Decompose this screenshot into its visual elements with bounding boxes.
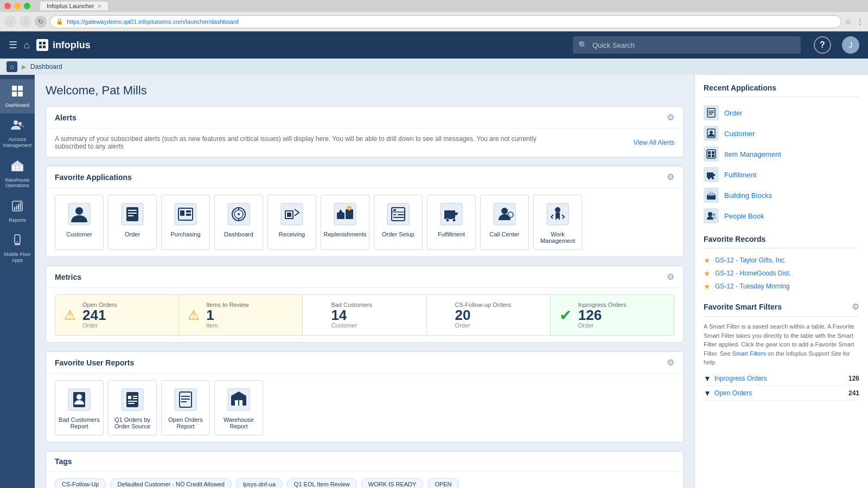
mac-max-btn[interactable] [24,3,30,9]
breadcrumb-home-icon[interactable]: ⌂ [7,61,17,72]
metric-items-review[interactable]: ⚠ Items to Review 1 Item [179,295,303,335]
tags-section: Tags CS-Follow-Up Defaulted Customer - N… [46,451,684,488]
report-warehouse[interactable]: Warehouse Report [214,380,263,435]
tags-header: Tags [46,452,683,472]
mac-min-btn[interactable] [14,3,21,9]
open-orders-filter-count: 241 [848,389,859,397]
recent-blocks-link[interactable]: Building Blocks [724,191,772,200]
reports-gear-icon[interactable]: ⚙ [667,357,674,368]
customer-app-label: Customer [66,231,92,237]
fav-app-customer[interactable]: Customer [55,195,104,250]
view-all-alerts-link[interactable]: View All Alerts [634,139,674,146]
svg-rect-29 [128,213,137,214]
smart-filters-section: Favorite Smart Filters ⚙ A Smart Filter … [704,301,859,401]
metric-open-orders[interactable]: ⚠ Open Orders 241 Order [55,295,179,335]
mac-tab-close[interactable]: ✕ [97,3,101,9]
recent-customer-link[interactable]: Customer [724,130,755,138]
report-bad-customers[interactable]: Bad Customers Report [55,380,104,435]
svg-point-67 [555,207,560,213]
svg-point-8 [14,120,18,125]
svg-point-9 [18,122,22,125]
svg-rect-15 [16,169,18,170]
home-icon[interactable]: ⌂ [24,40,30,51]
fav-record-0[interactable]: ★ GS-12 - Taylor Gifts, Inc. [704,254,859,267]
smart-filters-gear-icon[interactable]: ⚙ [852,301,859,312]
report-q1-orders[interactable]: Q1 Orders by Order Source [108,380,157,435]
metric-bad-customers[interactable]: Bad Customers 14 Customer [303,295,426,335]
recent-app-order[interactable]: Order [704,102,859,123]
smart-filters-header: Favorite Smart Filters ⚙ [704,301,859,312]
sidebar-item-warehouse[interactable]: Warehouse Operations [0,154,35,195]
alerts-header: Alerts ⚙ [46,107,683,129]
smart-filter-open-orders-left: ▼ Open Orders [704,389,752,397]
sidebar-item-mobile[interactable]: Mobile Floor Apps [0,228,35,269]
tag-q1-eol[interactable]: Q1 EOL Item Review [287,478,357,488]
fav-app-purchasing[interactable]: Purchasing [161,195,210,250]
recent-fulfillment-link[interactable]: Fulfillment [724,171,756,179]
svg-rect-14 [12,169,15,170]
open-orders-filter-link[interactable]: Open Orders [714,389,752,397]
svg-point-105 [712,213,716,216]
fav-record-link-1[interactable]: GS-12 - HomeGoods Dist. [715,269,791,277]
fav-app-receiving[interactable]: Receiving [267,195,316,250]
metric-cs-followup[interactable]: CS-Follow-up Orders 20 Order [427,295,551,335]
fav-app-fulfillment[interactable]: Fulfillment [427,195,476,250]
fav-record-link-0[interactable]: GS-12 - Taylor Gifts, Inc. [715,256,786,264]
sidebar-item-reports[interactable]: Reports [0,194,35,228]
fav-app-work[interactable]: Work Management [533,195,582,250]
inprogress-filter-link[interactable]: Inprogress Orders [714,375,767,382]
fav-record-link-2[interactable]: GS-12 - Tuesday Morning [715,282,789,290]
svg-rect-3 [43,46,46,48]
recent-app-people[interactable]: People Book [704,206,859,226]
mac-tab[interactable]: Infoplus Launcher ✕ [40,2,108,10]
fav-app-dashboard[interactable]: Dashboard [214,195,263,250]
smart-filters-description: A Smart Filter is a saved search within … [704,322,859,367]
tag-open[interactable]: OPEN [427,478,458,488]
svg-rect-28 [128,210,137,211]
dashboard-app-label: Dashboard [224,231,253,237]
forward-button[interactable]: › [20,16,31,28]
back-button[interactable]: ‹ [4,16,16,28]
recent-order-link[interactable]: Order [724,109,742,117]
metric-inprogress[interactable]: ✔ Inprogress Orders 126 Order [551,295,674,335]
report-open-orders[interactable]: Open Orders Report [161,380,210,435]
main-content: Welcome, Pat Mills Alerts ⚙ A summary of… [35,75,694,488]
fav-record-2[interactable]: ★ GS-12 - Tuesday Morning [704,280,859,293]
fav-apps-gear-icon[interactable]: ⚙ [667,172,674,182]
items-review-data: Items to Review 1 Item [206,301,248,329]
reload-button[interactable]: ↻ [35,16,47,28]
fav-app-callcenter[interactable]: i Call Center [480,195,529,250]
fav-app-order[interactable]: Order [108,195,157,250]
recent-app-item-mgmt[interactable]: Item Management [704,144,859,164]
svg-rect-75 [133,398,137,399]
smart-filter-inprogress[interactable]: ▼ Inprogress Orders 126 [704,371,859,386]
sidebar-item-account[interactable]: Account Management [0,113,35,154]
browser-bar: ‹ › ↻ 🔒 https://gatewaydemo.qa01.infoplu… [0,12,868,31]
tag-defaulted[interactable]: Defaulted Customer - NO Credit Allowed [110,478,231,488]
metrics-gear-icon[interactable]: ⚙ [667,272,674,282]
svg-rect-95 [712,151,714,154]
mac-close-btn[interactable] [4,3,11,9]
quick-search-input[interactable] [573,36,801,54]
recent-app-blocks[interactable]: Building Blocks [704,185,859,206]
sidebar-item-dashboard[interactable]: Dashboard [0,79,35,113]
recent-item-mgmt-link[interactable]: Item Management [724,150,781,158]
menu-icon[interactable]: ☰ [9,39,17,51]
welcome-title: Welcome, Pat Mills [46,84,684,98]
recent-people-link[interactable]: People Book [724,212,764,220]
fav-app-ordersetup[interactable]: Order Setup [374,195,423,250]
fav-record-1[interactable]: ★ GS-12 - HomeGoods Dist. [704,267,859,280]
svg-rect-0 [39,42,42,44]
alerts-gear-icon[interactable]: ⚙ [667,112,674,123]
smart-filter-open-orders[interactable]: ▼ Open Orders 241 [704,386,859,401]
tag-lpsys[interactable]: lpsys-dnf-ua [236,478,283,488]
svg-rect-16 [20,169,22,170]
help-button[interactable]: ? [814,36,831,54]
tag-work-ready[interactable]: WORK IS READY [361,478,424,488]
tag-cs-followup[interactable]: CS-Follow-Up [55,478,106,488]
recent-app-fulfillment[interactable]: Fulfillment [704,164,859,185]
recent-app-customer[interactable]: Customer [704,123,859,144]
smart-filters-link[interactable]: Smart Filters [732,350,766,357]
fav-app-replenishments[interactable]: + Replenishments [321,195,369,250]
url-bar[interactable]: 🔒 https://gatewaydemo.qa01.infopluswms.c… [50,15,841,28]
